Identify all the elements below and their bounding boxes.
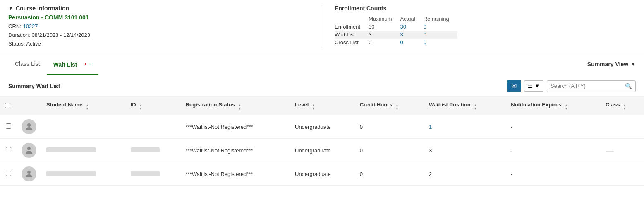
tab-class-list[interactable]: Class List bbox=[8, 55, 47, 73]
row-checkbox-col bbox=[0, 115, 17, 139]
crn-link[interactable]: 10227 bbox=[23, 23, 38, 29]
waitlist-position-cell: 1 bbox=[424, 115, 506, 139]
level-cell: Undergraduate bbox=[290, 139, 355, 162]
filter-icon: ☰ bbox=[528, 83, 533, 89]
credit-hours-cell: 0 bbox=[355, 139, 424, 162]
enrollment-row-actual: 30 bbox=[400, 23, 423, 31]
avatar bbox=[22, 143, 36, 158]
svg-point-2 bbox=[27, 171, 31, 174]
enrollment-row-remaining: 0 bbox=[424, 23, 457, 31]
summary-view[interactable]: Summary View ▼ bbox=[587, 61, 636, 67]
credit-hours-cell: 0 bbox=[355, 162, 424, 186]
enrollment-row: Cross List 0 0 0 bbox=[335, 39, 457, 46]
enrollment-row-label: Cross List bbox=[335, 39, 369, 46]
summary-view-label: Summary View bbox=[587, 61, 628, 67]
filter-button[interactable]: ☰ ▼ bbox=[524, 80, 543, 92]
search-button[interactable]: 🔍 bbox=[622, 81, 635, 92]
enrollment-row: Enrollment 30 30 0 bbox=[335, 23, 457, 31]
level-cell: Undergraduate bbox=[290, 162, 355, 186]
select-all-checkbox[interactable] bbox=[5, 103, 10, 108]
student-name-redacted bbox=[46, 171, 96, 176]
th-notification-expires[interactable]: Notification Expires ▲▼ bbox=[506, 97, 601, 115]
enrollment-row-max: 3 bbox=[369, 31, 400, 39]
registration-status-cell: ***Waitlist-Not Registered*** bbox=[181, 139, 290, 162]
class-cell bbox=[601, 139, 644, 162]
svg-point-0 bbox=[27, 123, 31, 127]
student-name-cell bbox=[41, 139, 126, 162]
enrollment-table: Maximum Actual Remaining Enrollment 30 3… bbox=[335, 15, 457, 46]
avatar bbox=[22, 166, 36, 181]
table-row: ***Waitlist-Not Registered*** Undergradu… bbox=[0, 139, 644, 162]
waitlist-position-value: 3 bbox=[429, 147, 432, 154]
student-id-redacted bbox=[131, 171, 160, 176]
avatar-col bbox=[17, 115, 41, 139]
notification-expires-cell: - bbox=[506, 139, 601, 162]
wait-list-arrow-icon: ← bbox=[83, 58, 92, 69]
tabs-bar: Class List Wait List ← Summary View ▼ bbox=[0, 53, 644, 75]
th-student-name[interactable]: Student Name ▲▼ bbox=[41, 97, 126, 115]
sort-icon-reg-status: ▲▼ bbox=[238, 104, 242, 111]
filter-chevron-icon: ▼ bbox=[534, 83, 540, 89]
search-input[interactable] bbox=[547, 81, 622, 91]
th-credit-hours[interactable]: Credit Hours ▲▼ bbox=[355, 97, 424, 115]
sort-icon-notification: ▲▼ bbox=[565, 104, 568, 111]
status-label: Status: bbox=[8, 41, 25, 47]
th-registration-status[interactable]: Registration Status ▲▼ bbox=[181, 97, 290, 115]
waitlist-position-link[interactable]: 1 bbox=[429, 124, 432, 130]
th-waitlist-position[interactable]: Waitlist Position ▲▼ bbox=[424, 97, 506, 115]
th-level[interactable]: Level ▲▼ bbox=[290, 97, 355, 115]
student-id-cell bbox=[126, 139, 181, 162]
row-checkbox-col bbox=[0, 162, 17, 186]
waitlist-position-cell: 3 bbox=[424, 139, 506, 162]
class-pill bbox=[606, 151, 614, 152]
row-checkbox-col bbox=[0, 139, 17, 162]
class-cell bbox=[601, 115, 644, 139]
avatar-col bbox=[17, 139, 41, 162]
enrollment-row: Wait List 3 3 0 bbox=[335, 31, 457, 39]
enrollment-row-max: 30 bbox=[369, 23, 400, 31]
enrollment-col-remaining: Remaining bbox=[424, 15, 457, 23]
enrollment-col-label bbox=[335, 15, 369, 23]
email-button[interactable]: ✉ bbox=[507, 80, 521, 92]
th-id[interactable]: ID ▲▼ bbox=[126, 97, 181, 115]
sort-icon-level: ▲▼ bbox=[312, 104, 315, 111]
data-table: Student Name ▲▼ ID ▲▼ Registration Statu… bbox=[0, 97, 644, 186]
waitlist-position-cell: 2 bbox=[424, 162, 506, 186]
row-checkbox[interactable] bbox=[6, 123, 11, 129]
enrollment-row-remaining: 0 bbox=[424, 31, 457, 39]
enrollment-section: Enrollment Counts Maximum Actual Remaini… bbox=[335, 5, 636, 48]
avatar-col bbox=[17, 162, 41, 186]
data-table-wrapper: Student Name ▲▼ ID ▲▼ Registration Statu… bbox=[0, 97, 644, 186]
select-all-col bbox=[0, 97, 17, 115]
crn-label: CRN: bbox=[8, 23, 22, 29]
student-id-redacted bbox=[131, 147, 160, 152]
student-name-cell bbox=[41, 115, 126, 139]
sort-icon-waitlist-pos: ▲▼ bbox=[474, 104, 477, 111]
waitlist-label: Summary Wait List bbox=[8, 83, 507, 89]
section-header: ▼ Course Information bbox=[8, 5, 309, 12]
enrollment-col-maximum: Maximum bbox=[369, 15, 400, 23]
course-info-label: Course Information bbox=[16, 5, 69, 12]
table-header-row: Student Name ▲▼ ID ▲▼ Registration Statu… bbox=[0, 97, 644, 115]
row-checkbox[interactable] bbox=[6, 147, 11, 152]
chevron-down-icon[interactable]: ▼ bbox=[8, 5, 13, 11]
notification-expires-cell: - bbox=[506, 115, 601, 139]
student-name-cell bbox=[41, 162, 126, 186]
registration-status-cell: ***Waitlist-Not Registered*** bbox=[181, 115, 290, 139]
duration-value: 08/21/2023 - 12/14/2023 bbox=[31, 32, 90, 38]
duration-label: Duration: bbox=[8, 32, 30, 38]
course-left: ▼ Course Information Persuasion - COMM 3… bbox=[8, 5, 309, 48]
enrollment-title: Enrollment Counts bbox=[335, 5, 636, 12]
toolbar-actions: ✉ ☰ ▼ 🔍 bbox=[507, 80, 636, 92]
tab-wait-list[interactable]: Wait List ← bbox=[47, 53, 99, 75]
enrollment-row-actual: 0 bbox=[400, 39, 423, 46]
row-checkbox[interactable] bbox=[6, 171, 11, 176]
student-name-redacted bbox=[46, 147, 96, 152]
enrollment-col-actual: Actual bbox=[400, 15, 423, 23]
th-class[interactable]: Class ▲▼ bbox=[601, 97, 644, 115]
avatar bbox=[22, 119, 36, 134]
enrollment-row-remaining: 0 bbox=[424, 39, 457, 46]
notification-expires-cell: - bbox=[506, 162, 601, 186]
enrollment-row-label: Enrollment bbox=[335, 23, 369, 31]
student-id-cell bbox=[126, 162, 181, 186]
